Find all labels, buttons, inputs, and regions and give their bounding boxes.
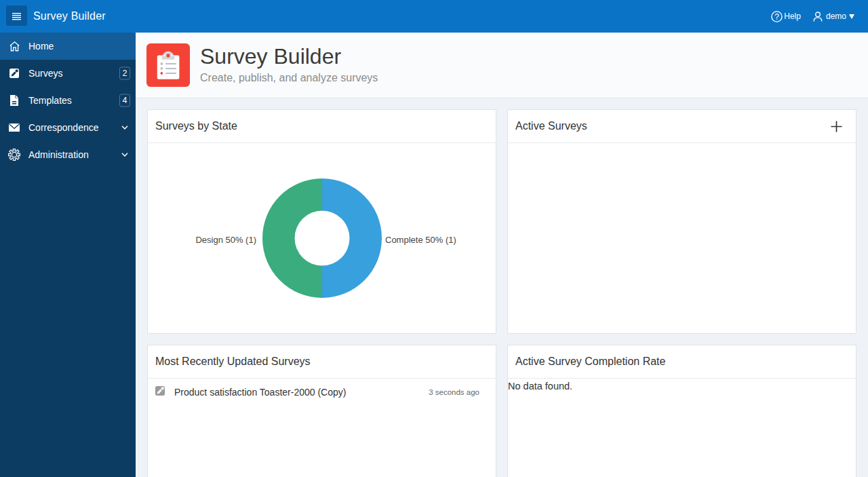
svg-text:?: ? bbox=[774, 12, 779, 22]
